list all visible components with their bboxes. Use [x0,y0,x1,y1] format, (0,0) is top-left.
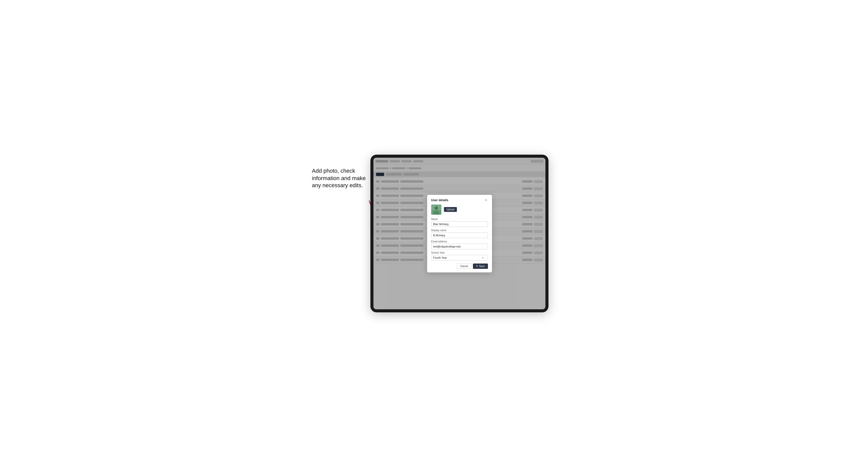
display-name-input[interactable] [431,232,488,238]
name-label: Name [431,218,488,220]
email-field-group: Email address [431,240,488,249]
school-year-select-wrapper: ✕ ⌄ [431,255,488,260]
email-label: Email address [431,240,488,243]
modal-footer: Cancel ⬆ Save [431,263,488,269]
scene: Add photo, check information and make an… [312,147,556,320]
avatar [431,205,441,215]
name-field-group: Name [431,218,488,227]
tablet-screen: User details ✕ Upl [373,158,546,309]
cancel-button[interactable]: Cancel [457,263,471,269]
school-year-label: School Year [431,251,488,254]
email-input[interactable] [431,244,488,249]
close-icon[interactable]: ✕ [484,198,488,202]
school-year-field-group: School Year ✕ ⌄ [431,251,488,260]
modal-header: User details ✕ [431,198,488,202]
photo-section: Upload [431,205,488,215]
display-name-label: Display name [431,229,488,232]
display-name-field-group: Display name [431,229,488,238]
clear-icon[interactable]: ✕ [482,256,484,259]
svg-point-1 [435,206,438,210]
modal-overlay: User details ✕ Upl [373,158,546,309]
annotation-left: Add photo, check information and make an… [312,167,370,189]
upload-photo-button[interactable]: Upload [444,207,457,212]
tablet-frame: User details ✕ Upl [370,155,549,312]
school-year-input[interactable] [431,255,488,260]
user-details-modal: User details ✕ Upl [427,195,492,272]
save-button[interactable]: ⬆ Save [473,263,488,269]
save-icon: ⬆ [476,265,478,267]
svg-rect-3 [431,210,441,215]
name-input[interactable] [431,221,488,227]
modal-title: User details [431,198,448,202]
